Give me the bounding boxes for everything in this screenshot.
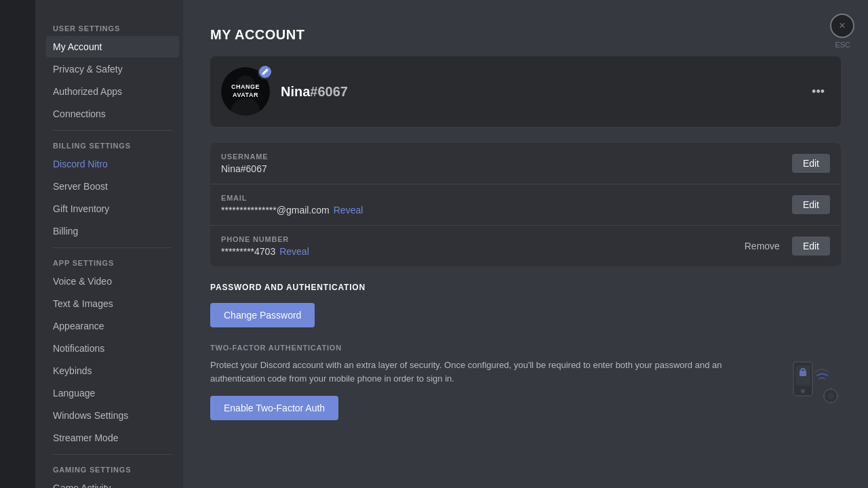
username-text: Nina [281,84,310,99]
page-title: MY ACCOUNT [210,27,841,43]
tfa-section: TWO-FACTOR AUTHENTICATION Protect your D… [210,344,841,436]
sidebar-item-gift-inventory[interactable]: Gift Inventory [46,198,179,220]
sidebar-item-server-boost[interactable]: Server Boost [46,176,179,197]
svg-rect-13 [823,395,825,396]
close-icon: × [839,20,845,32]
phone-remove-button[interactable]: Remove [739,237,785,256]
svg-rect-8 [800,371,806,376]
phone-value: *********4703Reveal [221,246,739,257]
sidebar-item-voice-video[interactable]: Voice & Video [46,270,179,292]
tfa-text: Protect your Discord account with an ext… [210,359,760,436]
tfa-content: Protect your Discord account with an ext… [210,359,841,436]
edit-pencil-icon [261,68,269,76]
esc-label: ESC [835,41,850,49]
phone-edit-button[interactable]: Edit [792,237,830,256]
phone-masked: *********4703 [221,246,275,257]
svg-rect-12 [830,401,831,404]
sidebar-item-game-activity[interactable]: Game Activity [46,477,179,488]
billing-settings-label: BILLING SETTINGS [46,136,179,152]
phone-actions: Remove Edit [739,237,830,256]
close-button[interactable]: × [830,14,854,38]
sidebar-item-notifications[interactable]: Notifications [46,338,179,359]
sidebar-item-text-images[interactable]: Text & Images [46,293,179,314]
profile-card: CHANGEAVATAR Nina#6067 ••• [210,56,841,127]
tfa-svg-illustration [773,359,848,409]
email-content: EMAIL ***************@gmail.comReveal [221,194,792,216]
sidebar-divider-2 [53,247,172,248]
profile-more-options[interactable]: ••• [806,82,830,102]
username-actions: Edit [792,154,830,173]
phone-reveal-link[interactable]: Reveal [279,246,309,257]
sidebar-item-billing[interactable]: Billing [46,220,179,242]
username-row: USERNAME Nina#6067 Edit [210,143,841,184]
email-actions: Edit [792,195,830,214]
sidebar-item-streamer-mode[interactable]: Streamer Mode [46,427,179,449]
svg-point-10 [827,392,834,399]
sidebar-divider-1 [53,130,172,131]
email-masked: ***************@gmail.com [221,205,330,216]
avatar-change-text: CHANGEAVATAR [231,83,260,99]
email-label: EMAIL [221,194,792,202]
email-reveal-link[interactable]: Reveal [334,205,363,216]
sidebar-item-authorized-apps[interactable]: Authorized Apps [46,81,179,102]
svg-point-7 [801,389,805,393]
sidebar-item-keybinds[interactable]: Keybinds [46,360,179,382]
phone-content: PHONE NUMBER *********4703Reveal [221,235,739,257]
username-value: Nina#6067 [221,163,792,174]
discriminator-text: #6067 [310,84,348,99]
avatar-wrapper[interactable]: CHANGEAVATAR [221,67,270,116]
sidebar-item-connections[interactable]: Connections [46,103,179,125]
password-section-title: PASSWORD AND AUTHENTICATION [210,283,841,292]
server-strip [0,0,35,488]
email-row: EMAIL ***************@gmail.comReveal Ed… [210,184,841,226]
password-section: PASSWORD AND AUTHENTICATION Change Passw… [210,283,841,436]
sidebar-item-discord-nitro[interactable]: Discord Nitro [46,153,179,175]
settings-sidebar: USER SETTINGS My AccountPrivacy & Safety… [35,0,183,488]
sidebar-item-appearance[interactable]: Appearance [46,315,179,337]
account-info-section: USERNAME Nina#6067 Edit EMAIL **********… [210,143,841,266]
username-label: USERNAME [221,152,792,161]
phone-row: PHONE NUMBER *********4703Reveal Remove … [210,226,841,266]
sidebar-item-my-account[interactable]: My Account [46,36,179,58]
email-value: ***************@gmail.comReveal [221,205,792,216]
phone-label: PHONE NUMBER [221,235,739,243]
svg-rect-11 [830,388,831,390]
sidebar-item-privacy-safety[interactable]: Privacy & Safety [46,58,179,80]
tfa-description: Protect your Discord account with an ext… [210,359,760,385]
gaming-settings-label: GAMING SETTINGS [46,460,179,476]
enable-tfa-button[interactable]: Enable Two-Factor Auth [210,396,338,420]
app-settings-label: APP SETTINGS [46,253,179,270]
email-edit-button[interactable]: Edit [792,195,830,214]
avatar-edit-icon [258,64,273,79]
username-edit-button[interactable]: Edit [792,154,830,173]
sidebar-divider-3 [53,454,172,455]
sidebar-item-language[interactable]: Language [46,382,179,404]
user-settings-label: USER SETTINGS [46,19,179,35]
tfa-illustration [773,359,841,406]
main-content: × ESC MY ACCOUNT CHANG [183,0,868,488]
sidebar-item-windows-settings[interactable]: Windows Settings [46,405,179,426]
username-content: USERNAME Nina#6067 [221,152,792,174]
svg-rect-14 [836,395,839,396]
tfa-label: TWO-FACTOR AUTHENTICATION [210,344,841,352]
profile-username: Nina#6067 [281,84,795,100]
change-password-button[interactable]: Change Password [210,303,315,327]
